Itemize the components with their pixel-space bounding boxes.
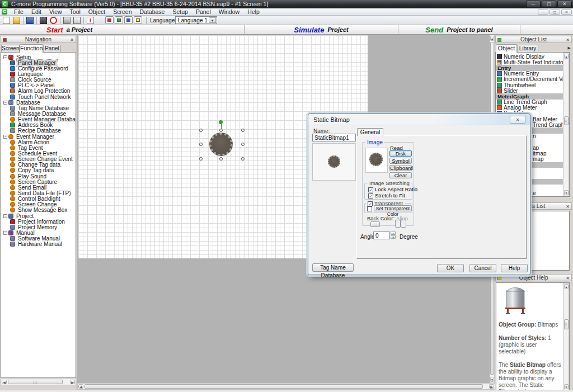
simulate-project-button[interactable]: Simulate Project xyxy=(245,25,398,34)
send-project-button[interactable]: Send Project to panel xyxy=(398,25,520,34)
panel-icon[interactable] xyxy=(40,17,47,24)
menu-object[interactable]: Object xyxy=(84,8,109,16)
save-icon[interactable] xyxy=(26,17,34,24)
scroll-thumb[interactable]: ||| xyxy=(8,380,63,384)
object-list-close-icon[interactable]: ✕ xyxy=(566,37,570,44)
scroll-up-icon[interactable]: ▲ xyxy=(490,36,494,41)
scroll-thumb[interactable]: ≡ xyxy=(564,319,569,329)
static-bitmap-object[interactable] xyxy=(209,133,233,156)
new-file-icon[interactable] xyxy=(3,17,10,24)
scroll-right-icon[interactable]: ▶ xyxy=(489,384,494,389)
tab-general[interactable]: General xyxy=(357,128,383,136)
tree-item-setup[interactable]: −Setup xyxy=(1,54,76,60)
scroll-thumb[interactable] xyxy=(84,384,483,389)
cancel-button[interactable]: Cancel xyxy=(469,264,496,272)
tab-function[interactable]: Function xyxy=(20,44,43,53)
menu-view[interactable]: View xyxy=(45,8,66,16)
menu-panel[interactable]: Panel xyxy=(192,8,215,16)
scroll-right-icon[interactable]: ▶ xyxy=(70,380,75,384)
menu-setup[interactable]: Setup xyxy=(168,8,191,16)
selection-handle[interactable] xyxy=(241,143,245,146)
print-preview-icon[interactable] xyxy=(73,17,81,24)
object-list-item[interactable]: Numeric Entry xyxy=(496,71,569,77)
tree-item-event-manager[interactable]: −Event Manager xyxy=(1,134,76,139)
tree-item-play-sound[interactable]: Play Sound xyxy=(1,173,76,179)
selection-handle[interactable] xyxy=(219,129,223,132)
menu-window[interactable]: Window xyxy=(215,8,243,16)
selection-handle[interactable] xyxy=(199,157,203,160)
simulate-zoom-icon[interactable] xyxy=(50,17,57,24)
object-list-item[interactable]: Slider xyxy=(496,88,569,93)
tree-item-copy-tag-data[interactable]: Copy Tag data xyxy=(1,168,76,173)
tree-item-schedule-event[interactable]: Schedule Event xyxy=(1,150,76,156)
tree-item-software-manual[interactable]: Software Manual xyxy=(1,236,76,242)
color-blue-button[interactable] xyxy=(124,16,133,24)
tree-item-show-message-box[interactable]: Show Message Box xyxy=(1,207,76,213)
mdi-restore-button[interactable]: ◻ xyxy=(549,10,560,15)
rotation-handle[interactable] xyxy=(219,120,223,124)
tree-item-alarm-log-protection[interactable]: Alarm Log Protection xyxy=(1,88,76,94)
chevron-down-icon[interactable]: ▼ xyxy=(209,17,216,23)
scroll-down-icon[interactable]: ▼ xyxy=(564,384,569,389)
stretch-to-fit-checkbox[interactable]: ✓ xyxy=(368,193,373,199)
name-input[interactable]: StaticBitmap1 xyxy=(312,134,356,141)
clear-button[interactable]: Clear xyxy=(389,172,412,178)
canvas-hscrollbar[interactable]: ◀ ▶ xyxy=(77,383,495,390)
menu-screen[interactable]: Screen xyxy=(109,8,135,16)
restore-button[interactable]: ◻ xyxy=(542,1,556,7)
open-folder-icon[interactable] xyxy=(13,17,20,24)
transparent-color-swatch[interactable] xyxy=(367,206,372,211)
collapse-icon[interactable]: − xyxy=(3,101,7,105)
navigation-hscrollbar[interactable]: ◀ ||| ▶ xyxy=(1,379,76,385)
tree-item-address-book[interactable]: Address Book xyxy=(1,122,76,128)
menu-edit[interactable]: Edit xyxy=(27,8,45,16)
collapse-icon[interactable]: − xyxy=(3,231,7,235)
object-list-item[interactable]: Increment/Decrement Value xyxy=(496,77,569,82)
selection-handle[interactable] xyxy=(199,143,203,146)
tree-item-hardware-manual[interactable]: Hardware Manual xyxy=(1,242,76,247)
angle-input[interactable]: 0 xyxy=(373,232,390,239)
dialog-titlebar[interactable]: Static Bitmap xyxy=(308,114,530,125)
color-yellow-button[interactable] xyxy=(134,16,142,24)
ok-button[interactable]: OK xyxy=(437,264,464,272)
menu-file[interactable]: File xyxy=(10,8,27,16)
scroll-left-icon[interactable]: ◀ xyxy=(2,380,7,384)
collapse-icon[interactable]: − xyxy=(3,214,7,218)
scroll-up-icon[interactable]: ▲ xyxy=(564,284,569,289)
scroll-down-icon[interactable]: ▼ xyxy=(564,190,569,195)
tree-item-tag-name-database[interactable]: Tag Name Database xyxy=(1,105,76,111)
tab-object[interactable]: Object xyxy=(496,44,517,53)
navigation-close-icon[interactable]: ✕ xyxy=(70,37,74,44)
tree-item-screen-capture[interactable]: Screen Capture xyxy=(1,179,76,185)
object-list-item[interactable]: Numeric Display xyxy=(496,54,569,59)
tree-item-project[interactable]: −Project xyxy=(1,213,76,219)
symbol-button[interactable]: Symbol xyxy=(389,158,412,164)
menu-database[interactable]: Database xyxy=(136,8,169,16)
tag-name-database-button[interactable]: Tag Name Database xyxy=(312,263,354,272)
parts-list-close-icon[interactable]: ✕ xyxy=(566,204,570,210)
lock-aspect-checkbox[interactable]: ✓ xyxy=(368,187,373,192)
object-list-item[interactable]: Thumbwheel xyxy=(496,82,569,88)
disk-button[interactable]: Disk xyxy=(389,150,412,157)
mdi-close-button[interactable]: ✕ xyxy=(561,10,572,15)
dialog-close-button[interactable]: ✕ xyxy=(510,116,525,124)
tree-item-event-manager-database[interactable]: Event Manager Database xyxy=(1,117,76,122)
tab-library[interactable]: Library xyxy=(517,45,538,52)
angle-spinner[interactable]: ▲ ▼ xyxy=(391,232,396,239)
tree-item-screen-change[interactable]: Screen Change xyxy=(1,202,76,207)
close-button[interactable]: ✕ xyxy=(557,1,572,7)
tree-item-alarm-action[interactable]: Alarm Action xyxy=(1,139,76,145)
tree-item-plc-panel[interactable]: PLC <-> Panel xyxy=(1,83,76,88)
tab-overflow-icon[interactable]: ▶ xyxy=(568,46,571,50)
language-select[interactable]: Language 1 ▼ xyxy=(175,16,217,24)
tree-item-project-memory[interactable]: Project Memory xyxy=(1,224,76,230)
collapse-icon[interactable]: − xyxy=(3,135,7,139)
selection-handle[interactable] xyxy=(219,157,223,160)
tree-item-send-data-file-ftp-[interactable]: Send Data File (FTP) xyxy=(1,190,76,196)
tab-screen[interactable]: Screen xyxy=(1,45,20,52)
menu-help[interactable]: Help xyxy=(243,8,264,16)
color-green-button[interactable] xyxy=(115,16,123,24)
info-icon[interactable]: i xyxy=(87,17,94,24)
print-icon[interactable] xyxy=(63,17,71,24)
color-red-button[interactable] xyxy=(105,16,114,24)
